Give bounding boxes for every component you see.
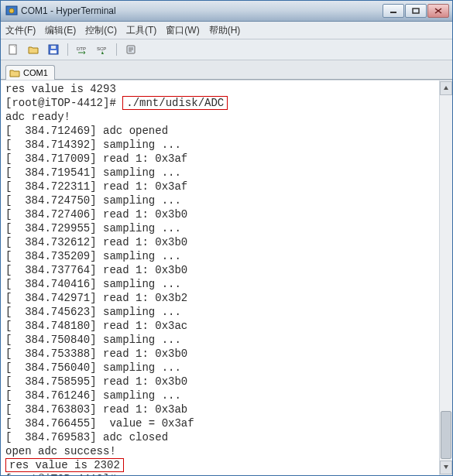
toolbar-new-icon[interactable]: [5, 42, 21, 57]
toolbar: DTP SCP: [1, 39, 452, 60]
terminal-line: [ 384.758595] read 1: 0x3b0: [5, 375, 448, 389]
terminal-line: [ 384.735209] sampling ...: [5, 249, 448, 263]
svg-point-1: [9, 9, 14, 13]
tab-com1[interactable]: COM1: [5, 65, 55, 80]
terminal-line: [ 384.763803] read 1: 0x3ab: [5, 402, 448, 416]
toolbar-separator: [67, 43, 68, 56]
terminal-result-line: res value is 2302: [5, 458, 448, 472]
highlighted-result: res value is 2302: [5, 458, 124, 472]
terminal-line: [ 384.742971] read 1: 0x3b2: [5, 291, 448, 305]
terminal-line: [ 384.745623] sampling ...: [5, 305, 448, 319]
menu-tools[interactable]: 工具(T): [126, 24, 156, 37]
svg-rect-9: [50, 50, 57, 53]
terminal-line: [ 384.769583] adc closed: [5, 430, 448, 444]
highlighted-command: ./mnt/udisk/ADC: [122, 96, 228, 110]
menu-file[interactable]: 文件(F): [5, 24, 36, 37]
terminal-line: [ 384.719541] sampling ...: [5, 166, 448, 180]
svg-text:SCP: SCP: [97, 46, 106, 51]
menu-window[interactable]: 窗口(W): [166, 24, 199, 37]
terminal-line: [ 384.729955] sampling ...: [5, 221, 448, 235]
maximize-button[interactable]: [405, 4, 427, 18]
terminal-line: res value is 4293: [5, 82, 448, 96]
tab-label: COM1: [23, 68, 48, 77]
scroll-thumb[interactable]: [441, 411, 451, 459]
terminal-line: [ 384.714392] sampling ...: [5, 138, 448, 152]
svg-marker-18: [444, 465, 448, 469]
toolbar-transfer-icon[interactable]: DTP: [74, 42, 90, 57]
svg-marker-17: [444, 86, 448, 90]
terminal-line: [ 384.732612] read 1: 0x3b0: [5, 235, 448, 249]
terminal-line: [ 384.740416] sampling ...: [5, 277, 448, 291]
menu-bar: 文件(F) 编辑(E) 控制(C) 工具(T) 窗口(W) 帮助(H): [1, 22, 452, 39]
terminal-line: [ 384.761246] sampling ...: [5, 389, 448, 402]
svg-rect-3: [413, 9, 419, 13]
toolbar-save-icon[interactable]: [46, 42, 61, 57]
toolbar-open-icon[interactable]: [26, 42, 41, 57]
scroll-up-button[interactable]: [440, 81, 452, 95]
terminal-line: [ 384.756040] sampling ...: [5, 361, 448, 375]
terminal-output[interactable]: res value is 4293[root@iTOP-4412]# ./mnt…: [1, 80, 452, 475]
app-window: COM1 - HyperTerminal 文件(F) 编辑(E) 控制(C) 工…: [0, 0, 453, 476]
menu-control[interactable]: 控制(C): [85, 24, 117, 37]
terminal-line: [ 384.748180] read 1: 0x3ac: [5, 319, 448, 333]
terminal-line: [root@iTOP-4412]#: [5, 472, 448, 475]
terminal-line: adc ready!: [5, 110, 448, 124]
terminal-line: [ 384.712469] adc opened: [5, 124, 448, 138]
terminal-line: [ 384.724750] sampling ...: [5, 193, 448, 207]
terminal-line: [ 384.737764] read 1: 0x3b0: [5, 263, 448, 277]
tab-row: COM1: [1, 60, 452, 80]
scroll-down-button[interactable]: [440, 461, 452, 474]
title-bar[interactable]: COM1 - HyperTerminal: [1, 1, 452, 22]
terminal-line: [ 384.722311] read 1: 0x3af: [5, 180, 448, 193]
terminal-area: res value is 4293[root@iTOP-4412]# ./mnt…: [1, 80, 452, 475]
terminal-line: [ 384.727406] read 1: 0x3b0: [5, 207, 448, 221]
close-button[interactable]: [427, 4, 449, 18]
vertical-scrollbar[interactable]: [439, 80, 452, 475]
terminal-line: [ 384.717009] read 1: 0x3af: [5, 152, 448, 166]
toolbar-separator-2: [116, 43, 117, 56]
terminal-line: [ 384.766455] value = 0x3af: [5, 416, 448, 430]
terminal-line: [ 384.753388] read 1: 0x3b0: [5, 347, 448, 361]
toolbar-script-icon[interactable]: SCP: [94, 42, 110, 57]
svg-rect-10: [51, 46, 56, 49]
folder-icon: [9, 67, 20, 78]
minimize-button[interactable]: [383, 4, 404, 18]
menu-edit[interactable]: 编辑(E): [45, 24, 76, 37]
svg-text:DTP: DTP: [77, 46, 86, 51]
window-controls: [383, 4, 449, 18]
terminal-line: [ 384.750840] sampling ...: [5, 333, 448, 347]
hyperterminal-icon: [5, 5, 18, 17]
menu-help[interactable]: 帮助(H): [209, 24, 241, 37]
toolbar-properties-icon[interactable]: [123, 42, 139, 57]
window-title: COM1 - HyperTerminal: [21, 5, 383, 16]
terminal-prompt-line: [root@iTOP-4412]# ./mnt/udisk/ADC: [5, 96, 448, 110]
terminal-line: open adc success!: [5, 444, 448, 458]
